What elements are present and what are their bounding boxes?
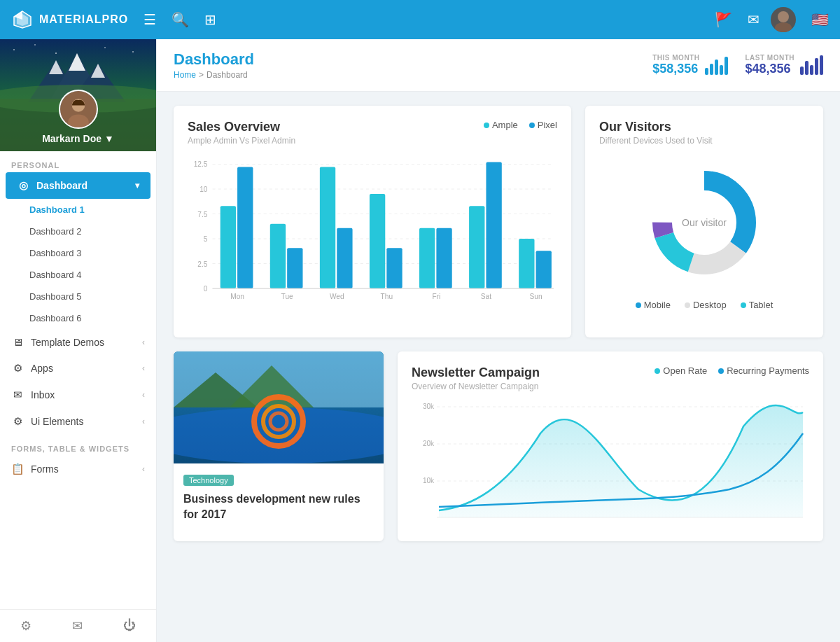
sidebar-bottom-bar: ⚙ ✉ ⏻ [0,609,156,642]
sidebar-sub-item-dashboard3[interactable]: Dashboard 3 [0,242,156,264]
mobile-dot [636,302,641,308]
search-icon[interactable]: 🔍 [172,11,189,28]
svg-text:Fri: Fri [432,293,440,300]
sidebar-sub-item-dashboard4[interactable]: Dashboard 4 [0,264,156,286]
forms-icon: 📋 [11,463,24,475]
svg-point-8 [104,47,106,48]
svg-rect-45 [419,228,435,288]
logo: MATERIALPRO [11,8,128,31]
sidebar-item-inbox[interactable]: ✉ Inbox ‹ [0,382,156,408]
user-avatar[interactable] [771,7,796,32]
svg-point-5 [13,49,15,50]
country-flag-icon[interactable]: 🇺🇸 [811,11,829,28]
sidebar-item-forms[interactable]: 📋 Forms ‹ [0,456,156,482]
open-rate-dot [654,368,660,374]
this-month-block: THIS MONTH $58,356 [652,54,699,76]
svg-text:Thu: Thu [381,293,393,300]
svg-text:2.5: 2.5 [197,260,207,268]
menu-icon[interactable]: ☰ [144,11,156,28]
svg-text:7.5: 7.5 [197,211,207,218]
grid-icon[interactable]: ⊞ [204,11,216,28]
page-header: Dashboard Home > Dashboard THIS MONTH $5… [157,39,840,92]
breadcrumb-home[interactable]: Home [174,70,196,80]
ui-elements-icon: ⚙ [11,415,24,428]
recurring-dot [718,368,724,374]
svg-rect-37 [287,248,302,288]
sidebar-item-apps[interactable]: ⚙ Apps ‹ [0,355,156,382]
sidebar-item-ui-elements[interactable]: ⚙ Ui Elements ‹ [0,408,156,435]
newsletter-header: Newsletter Campaign Overview of Newslett… [412,365,809,391]
svg-rect-36 [270,224,286,288]
breadcrumb-current: Dashboard [206,70,248,80]
svg-text:Tue: Tue [281,293,293,300]
chart-title-block: Sales Overview Ample Admin Vs Pixel Admi… [188,120,295,146]
svg-rect-52 [536,251,552,288]
sidebar-item-template-demos[interactable]: 🖥 Template Demos ‹ [0,329,156,355]
this-month-stat: THIS MONTH $58,356 [652,54,728,76]
svg-rect-43 [386,248,402,288]
svg-rect-33 [220,206,236,288]
sidebar-username[interactable]: Markarn Doe ▼ [42,133,114,144]
svg-text:Sun: Sun [530,293,542,300]
svg-rect-34 [237,167,253,288]
line-chart: 30k 20k 10k [412,398,809,527]
bar-chart: 12.5 10 7.5 5 2.5 0 [188,153,557,323]
main-content: Dashboard Home > Dashboard THIS MONTH $5… [157,39,840,642]
sidebar-sub-item-dashboard1[interactable]: Dashboard 1 [0,199,156,221]
page-title: Dashboard [174,50,254,69]
visitors-card: Our Visitors Different Devices Used to V… [585,106,823,337]
newsletter-legend: Open Rate Recurring Payments [654,365,809,376]
svg-text:5: 5 [204,235,208,243]
dashboard-row1: Sales Overview Ample Admin Vs Pixel Admi… [157,92,840,351]
power-icon[interactable]: ⏻ [123,618,136,634]
legend-recurring: Recurring Payments [718,365,809,376]
visitors-legend: Mobile Desktop Tablet [599,300,809,310]
sidebar-sub-item-dashboard2[interactable]: Dashboard 2 [0,221,156,242]
this-month-bars [705,55,728,75]
svg-point-6 [34,44,36,46]
sidebar-item-dashboard[interactable]: ◎ Dashboard ▾ [6,172,150,199]
breadcrumb: Home > Dashboard [174,70,254,80]
tablet-dot [741,302,746,308]
svg-rect-51 [519,239,534,288]
svg-text:10: 10 [200,186,208,193]
svg-text:0: 0 [204,285,208,293]
legend-pixel: Pixel [529,120,557,130]
desktop-dot [685,302,690,308]
svg-rect-40 [337,228,352,288]
news-card: Technology Business development new rule… [174,351,384,541]
sidebar-profile: Markarn Doe ▼ [0,39,156,151]
legend-tablet: Tablet [741,300,774,310]
sidebar-sub-item-dashboard5[interactable]: Dashboard 5 [0,286,156,307]
inbox-icon: ✉ [11,389,24,401]
svg-point-9 [132,51,134,53]
mail-bottom-icon[interactable]: ✉ [72,618,83,634]
mail-icon[interactable]: ✉ [748,11,760,28]
sidebar-sub-item-dashboard6[interactable]: Dashboard 6 [0,307,156,329]
dashboard-icon: ◎ [17,179,29,192]
apps-icon: ⚙ [11,362,24,375]
news-card-title: Business development new rules for 2017 [183,491,374,523]
forms-label: FORMS, TABLE & WIDGETS [0,435,156,456]
chart-legend: Ample Pixel [484,120,557,130]
settings-icon[interactable]: ⚙ [20,618,31,634]
breadcrumb-sep: > [199,70,204,80]
svg-point-7 [55,53,57,54]
svg-text:Wed: Wed [330,293,344,300]
topnav: MATERIALPRO ☰ 🔍 ⊞ 🚩 ✉ 🇺🇸 [0,0,840,39]
chart-header: Sales Overview Ample Admin Vs Pixel Admi… [188,120,557,146]
news-card-image [174,351,384,463]
sidebar: Markarn Doe ▼ PERSONAL ◎ Dashboard ▾ Das… [0,39,157,642]
template-demos-icon: 🖥 [11,336,24,348]
svg-rect-39 [320,167,335,288]
bar-chart-svg: 12.5 10 7.5 5 2.5 0 [188,153,557,321]
donut-center-text: Our visitor [682,217,727,228]
donut-chart-container: Our visitor [641,160,767,286]
sidebar-avatar [59,90,98,129]
flag-icon[interactable]: 🚩 [715,11,732,28]
ample-dot [484,123,489,128]
legend-open-rate: Open Rate [654,365,707,376]
svg-rect-48 [469,206,484,288]
svg-text:Mon: Mon [230,293,244,300]
app-name: MATERIALPRO [39,13,128,26]
